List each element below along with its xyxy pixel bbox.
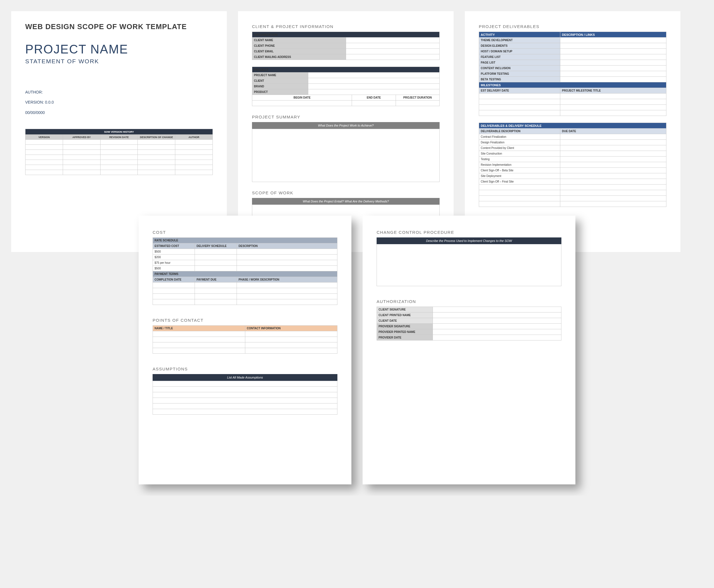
project-summary-title: PROJECT SUMMARY [252, 114, 440, 119]
version-label: VERSION: 0.0.0 [25, 97, 213, 107]
table-row [153, 381, 337, 387]
col-cost-description: DESCRIPTION [237, 243, 337, 249]
table-row [25, 160, 213, 165]
table-row [479, 99, 666, 105]
project-name-heading: PROJECT NAME [25, 42, 213, 56]
table-row [153, 342, 337, 348]
col-revision-date: REVISION DATE [100, 135, 138, 140]
row-client-date: CLIENT DATE [377, 318, 433, 324]
delivery-schedule-header: DELIVERABLES & DELIVERY SCHEDULE [479, 123, 666, 128]
row-contract-finalization: Contract Finalization [479, 134, 560, 140]
row-client: CLIENT [252, 78, 308, 84]
rate-row-2: $200 [153, 254, 195, 260]
table-row [479, 185, 666, 190]
col-name-title: NAME / TITLE [153, 326, 245, 331]
activity-table: ACTIVITY DESCRIPTION / LINKS THEME DEVEL… [479, 31, 666, 116]
table-row [479, 93, 666, 99]
table-row [153, 398, 337, 403]
organization-table: ORGANIZATION CLIENT NAME CLIENT PHONE CL… [252, 31, 440, 60]
row-testing: Testing [479, 156, 560, 162]
col-due-date: DUE DATE [560, 128, 666, 134]
project-summary-box [252, 129, 440, 182]
table-row [479, 190, 666, 196]
table-row [25, 140, 213, 145]
sow-history-title: SOW VERSION HISTORY [25, 129, 213, 135]
table-row [153, 337, 337, 342]
change-control-title: CHANGE CONTROL PROCEDURE [377, 230, 561, 235]
table-row [25, 145, 213, 150]
table-row [153, 348, 337, 354]
col-description-of-change: DESCRIPTION OF CHANGE [138, 135, 175, 140]
row-page-list: PAGE LIST [479, 60, 560, 65]
table-row [153, 403, 337, 409]
template-title: WEB DESIGN SCOPE OF WORK TEMPLATE [25, 22, 213, 31]
row-client-phone: CLIENT PHONE [252, 43, 346, 49]
col-phase-work-description: PHASE / WORK DESCRIPTION [237, 277, 337, 282]
row-client-name: CLIENT NAME [252, 38, 346, 43]
row-site-construction: Site Construction [479, 151, 560, 156]
rate-row-4: $500 [153, 266, 195, 271]
table-row [479, 196, 666, 201]
row-theme-development: THEME DEVELOPMENT [479, 38, 560, 43]
table-row [25, 165, 213, 170]
col-description-links: DESCRIPTION / LINKS [560, 32, 666, 38]
delivery-schedule-table: DELIVERABLES & DELIVERY SCHEDULE DELIVER… [479, 123, 666, 207]
page-4-cost: COST RATE SCHEDULE ESTIMATED COST DELIVE… [139, 216, 351, 484]
col-activity: ACTIVITY [479, 32, 560, 38]
project-table: PROJECT PROJECT NAME CLIENT BRAND PRODUC… [252, 67, 440, 106]
table-row [153, 294, 337, 299]
project-deliverables-title: PROJECT DELIVERABLES [479, 24, 666, 29]
rate-schedule-header: RATE SCHEDULE [153, 238, 337, 243]
row-platform-testing: PLATFORM TESTING [479, 71, 560, 77]
rate-row-3: $75 per hour [153, 260, 195, 266]
col-version: VERSION [25, 135, 63, 140]
cost-title: COST [153, 230, 337, 235]
row-client-mailing-address: CLIENT MAILING ADDRESS [252, 54, 346, 60]
row-client-signoff-final: Client Sign-Off – Final Site [479, 179, 560, 185]
organization-header: ORGANIZATION [252, 32, 440, 38]
table-row [479, 201, 666, 207]
table-row [479, 110, 666, 116]
sow-version-history-table: SOW VERSION HISTORY VERSION APPROVED BY … [25, 129, 213, 175]
table-row [153, 299, 337, 305]
table-row [153, 392, 337, 398]
assumptions-prompt: List All Made Assumptions [153, 374, 337, 381]
row-design-elements: DESIGN ELEMENTS [479, 43, 560, 49]
points-of-contact-table: NAME / TITLE CONTACT INFORMATION [153, 326, 337, 354]
change-control-box [377, 244, 561, 286]
row-provider-date: PROVIDER DATE [377, 335, 433, 340]
cover-date: 00/00/0000 [25, 107, 213, 118]
row-site-deployment: Site Deployment [479, 173, 560, 179]
cover-metadata: AUTHOR: VERSION: 0.0.0 00/00/0000 [25, 87, 213, 118]
table-row [153, 387, 337, 392]
col-est-delivery-date: EST DELIVERY DATE [479, 88, 560, 93]
row-design-finalization: Design Finalization [479, 140, 560, 145]
row-provider-printed-name: PROVIDER PRINTED NAME [377, 329, 433, 335]
row-feature-list: FEATURE LIST [479, 54, 560, 60]
milestones-header: MILESTONES [479, 82, 666, 88]
rate-row-1: $500 [153, 249, 195, 254]
row-host-domain-setup: HOST / DOMAIN SETUP [479, 49, 560, 54]
col-completion-date: COMPLETION DATE [153, 277, 195, 282]
table-row [252, 101, 440, 106]
table-row [153, 288, 337, 294]
col-deliverable-description: DELIVERABLE DESCRIPTION [479, 128, 560, 134]
points-of-contact-title: POINTS OF CONTACT [153, 318, 337, 322]
statement-of-work-subtitle: STATEMENT OF WORK [25, 58, 213, 65]
table-row [153, 282, 337, 288]
col-begin-date: BEGIN DATE [252, 95, 352, 101]
project-header: PROJECT [252, 67, 440, 72]
scope-of-work-prompt: What Does the Project Entail? What Are t… [252, 198, 440, 205]
assumptions-title: ASSUMPTIONS [153, 366, 337, 371]
row-project-name: PROJECT NAME [252, 72, 308, 78]
authorization-title: AUTHORIZATION [377, 299, 561, 304]
row-client-printed-name: CLIENT PRINTED NAME [377, 313, 433, 318]
col-author: AUTHOR [175, 135, 213, 140]
row-product: PRODUCT [252, 89, 308, 95]
scope-of-work-box [252, 205, 440, 216]
table-row [25, 155, 213, 160]
row-provider-signature: PROVIDER SIGNATURE [377, 324, 433, 329]
table-row [153, 409, 337, 415]
col-end-date: END DATE [352, 95, 396, 101]
table-row [25, 170, 213, 175]
